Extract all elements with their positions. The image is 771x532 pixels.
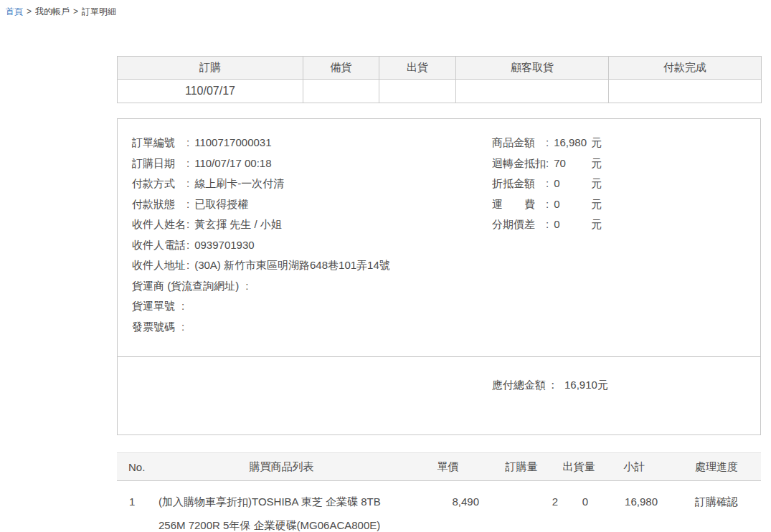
recipient-address-value: (30A) 新竹市東區明湖路648巷101弄14號 [194, 259, 390, 271]
status-header-preparing: 備貨 [303, 57, 379, 80]
status-pickup-date [456, 80, 609, 103]
merchandise-amount-row: 商品金額:16,980元 [492, 133, 746, 153]
product-row: 1 (加入購物車享折扣)TOSHIBA 東芝 企業碟 8TB 256M 7200… [117, 481, 761, 532]
status-ordered-date: 110/07/17 [118, 80, 303, 103]
rebate-deduction-row: 迴轉金抵扣:70元 [492, 153, 746, 174]
recipient-phone-row: 收件人電話:0939701930 [132, 235, 492, 256]
order-status-table: 訂購 備貨 出貨 顧客取貨 付款完成 110/07/17 [117, 56, 762, 103]
field-label: 迴轉金抵扣 [492, 153, 546, 174]
recipient-name-row: 收件人姓名:黃玄揮 先生 / 小姐 [132, 214, 492, 235]
tracking-number-row: 貨運單號: [132, 296, 492, 317]
product-ship-qty: 0 [561, 481, 597, 532]
field-label: 貨運商 (貨流查詢網址) [132, 280, 239, 292]
product-header-ship-qty: 出貨量 [561, 453, 597, 481]
field-label: 收件人地址 [132, 255, 186, 276]
discount-amount-row: 折抵金額:0元 [492, 174, 746, 194]
product-header-row: No. 購買商品列表 單價 訂購量 出貨量 小計 處理進度 [117, 453, 761, 481]
product-list-table: No. 購買商品列表 單價 訂購量 出貨量 小計 處理進度 1 (加入購物車享折… [117, 452, 761, 532]
breadcrumb-item-order-detail: 訂單明細 [82, 6, 116, 16]
status-value-row: 110/07/17 [118, 80, 762, 103]
breadcrumb-item-my-account[interactable]: 我的帳戶 [35, 6, 70, 16]
field-label: 訂單編號 [132, 133, 186, 153]
currency-unit: 元 [591, 198, 602, 210]
field-label: 收件人電話 [132, 235, 186, 256]
order-detail-page: 訂購 備貨 出貨 顧客取貨 付款完成 110/07/17 訂單編號:110071… [117, 56, 761, 532]
breadcrumb: 首頁>我的帳戶>訂單明細 [6, 6, 116, 18]
order-date-row: 訂購日期:110/07/17 00:18 [132, 153, 492, 174]
order-number-row: 訂單編號:1100717000031 [132, 133, 492, 153]
merchandise-amount-value: 16,980 [554, 133, 591, 153]
field-label: 付款狀態 [132, 194, 186, 215]
product-name: (加入購物車享折扣)TOSHIBA 東芝 企業碟 8TB 256M 7200R … [149, 481, 414, 532]
order-info-right-column: 商品金額:16,980元 迴轉金抵扣:70元 折抵金額:0元 運費:0元 分期價… [492, 133, 746, 337]
order-number-value: 1100717000031 [194, 136, 271, 148]
status-header-customer-pickup: 顧客取貨 [456, 57, 609, 80]
status-header-shipped: 出貨 [379, 57, 456, 80]
total-payable-label: 應付總金額 [492, 379, 546, 391]
product-header-unit-price: 單價 [414, 453, 482, 481]
status-preparing-date [303, 80, 379, 103]
field-label: 貨運單號 [132, 300, 175, 312]
product-subtotal: 16,980 [597, 481, 672, 532]
discount-amount-value: 0 [554, 174, 591, 194]
currency-unit: 元 [591, 177, 602, 189]
status-payment-date [609, 80, 762, 103]
product-header-name: 購買商品列表 [149, 453, 414, 481]
product-header-status: 處理進度 [672, 453, 761, 481]
order-info-left-column: 訂單編號:1100717000031 訂購日期:110/07/17 00:18 … [132, 133, 492, 337]
field-label: 折抵金額 [492, 174, 546, 194]
currency-unit: 元 [591, 136, 602, 148]
status-header-row: 訂購 備貨 出貨 顧客取貨 付款完成 [118, 57, 762, 80]
field-label: 付款方式 [132, 174, 186, 194]
product-order-qty: 2 [482, 481, 561, 532]
breadcrumb-separator: > [73, 6, 78, 16]
field-label: 收件人姓名 [132, 214, 186, 235]
product-unit-price: 8,490 [414, 481, 482, 532]
rebate-deduction-value: 70 [554, 153, 591, 174]
invoice-number-row: 發票號碼: [132, 317, 492, 338]
payment-status-value: 已取得授權 [194, 198, 248, 210]
shipping-fee-value: 0 [554, 194, 591, 215]
payment-method-row: 付款方式:線上刷卡-一次付清 [132, 174, 492, 194]
shipping-fee-row: 運費:0元 [492, 194, 746, 215]
installment-difference-row: 分期價差:0元 [492, 214, 746, 235]
product-header-order-qty: 訂購量 [482, 453, 561, 481]
product-header-subtotal: 小計 [597, 453, 672, 481]
status-header-ordered: 訂購 [118, 57, 303, 80]
breadcrumb-link-home[interactable]: 首頁 [6, 6, 23, 16]
product-header-no: No. [117, 453, 149, 481]
field-label: 分期價差 [492, 214, 546, 235]
breadcrumb-separator: > [27, 6, 32, 16]
currency-unit: 元 [591, 157, 602, 169]
field-label: 商品金額 [492, 133, 546, 153]
status-header-payment-complete: 付款完成 [609, 57, 762, 80]
installment-difference-value: 0 [554, 214, 591, 235]
order-date-value: 110/07/17 00:18 [194, 157, 271, 169]
carrier-row: 貨運商 (貨流查詢網址): [132, 276, 492, 297]
field-label: 發票號碼 [132, 320, 175, 333]
field-label: 訂購日期 [132, 153, 186, 174]
recipient-address-row: 收件人地址:(30A) 新竹市東區明湖路648巷101弄14號 [132, 255, 492, 276]
order-info-box: 訂單編號:1100717000031 訂購日期:110/07/17 00:18 … [117, 118, 761, 435]
total-payable-value: 16,910元 [564, 379, 608, 391]
status-shipped-date [379, 80, 456, 103]
product-process-status: 訂購確認 [672, 481, 761, 532]
recipient-phone-value: 0939701930 [194, 239, 254, 251]
product-row-no: 1 [117, 481, 149, 532]
field-label: 運費 [492, 194, 546, 215]
total-payable-section: 應付總金額：16,910元 [118, 356, 760, 434]
currency-unit: 元 [591, 218, 602, 230]
payment-status-row: 付款狀態:已取得授權 [132, 194, 492, 215]
payment-method-value: 線上刷卡-一次付清 [194, 177, 284, 189]
recipient-name-value: 黃玄揮 先生 / 小姐 [194, 218, 282, 230]
